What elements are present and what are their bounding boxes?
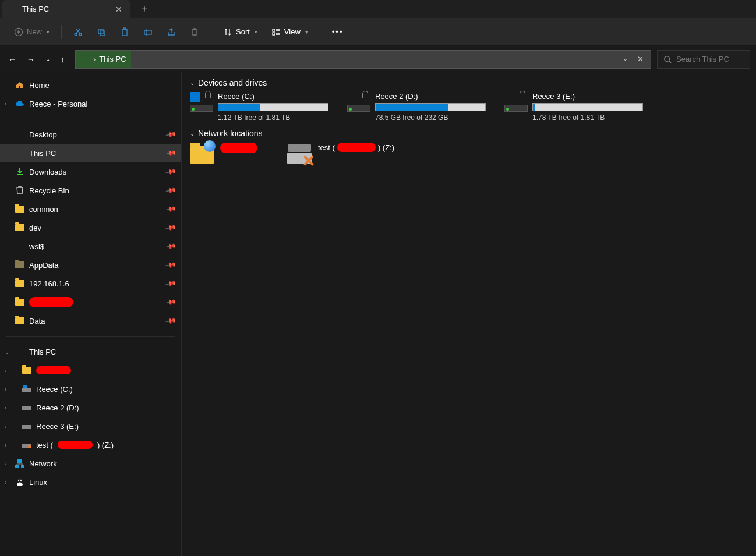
up-button[interactable]: ↑ xyxy=(61,55,65,64)
rename-button[interactable] xyxy=(137,24,158,40)
folder-icon xyxy=(15,298,24,307)
expand-icon[interactable]: › xyxy=(5,442,6,448)
tree-redacted[interactable]: › xyxy=(0,361,181,380)
expand-icon[interactable]: › xyxy=(5,405,6,411)
sidebar-appdata[interactable]: AppData📌 xyxy=(0,256,181,274)
back-button[interactable]: ← xyxy=(8,55,16,64)
tree-drive-z[interactable]: ›test () (Z:) xyxy=(0,435,181,454)
tree-this-pc[interactable]: ⌄This PC xyxy=(0,342,181,361)
sidebar-data[interactable]: Data📌 xyxy=(0,311,181,330)
tree-drive-e[interactable]: ›Reece 3 (E:) xyxy=(0,417,181,435)
linux-icon xyxy=(15,477,24,487)
toolbar: New ▾ Sort ▾ View ▾ ••• xyxy=(0,18,756,46)
new-button[interactable]: New ▾ xyxy=(8,24,55,40)
address-dropdown-icon[interactable]: ⌄ xyxy=(623,55,628,63)
sidebar-redacted-folder[interactable]: 📌 xyxy=(0,293,181,311)
ellipsis-icon: ••• xyxy=(332,27,344,36)
monitor-icon xyxy=(15,242,24,251)
pin-icon: 📌 xyxy=(165,203,176,215)
svg-rect-7 xyxy=(144,30,151,34)
search-box[interactable] xyxy=(657,50,750,69)
tree-drive-d[interactable]: ›Reece 2 (D:) xyxy=(0,398,181,417)
svg-rect-9 xyxy=(273,33,275,35)
address-refresh-icon[interactable]: ✕ xyxy=(637,55,644,63)
copy-icon xyxy=(97,27,106,37)
svg-point-1 xyxy=(75,33,77,36)
expand-icon[interactable]: › xyxy=(5,101,6,107)
search-icon xyxy=(663,55,672,63)
expand-icon[interactable]: › xyxy=(5,479,6,486)
drive-icon xyxy=(190,92,213,112)
drive-item[interactable]: Reece 2 (D:)78.5 GB free of 232 GB xyxy=(347,92,493,122)
sidebar-ip-folder[interactable]: 192.168.1.6📌 xyxy=(0,274,181,293)
network-location-2[interactable]: test ( ) (Z:) xyxy=(287,143,394,164)
bin-icon xyxy=(15,186,24,195)
drive-free-text: 1.78 TB free of 1.81 TB xyxy=(532,114,650,122)
pin-icon: 📌 xyxy=(165,296,176,308)
network-folder-icon xyxy=(15,279,24,288)
sidebar-home[interactable]: Home xyxy=(0,76,181,94)
expand-icon[interactable]: › xyxy=(5,423,6,430)
monitor-icon xyxy=(15,347,24,356)
paste-button[interactable] xyxy=(114,24,135,40)
view-button[interactable]: View ▾ xyxy=(266,24,314,40)
tree-linux[interactable]: ›Linux xyxy=(0,473,181,491)
share-icon xyxy=(167,27,176,37)
chevron-down-icon: ▾ xyxy=(47,29,50,35)
sidebar-common[interactable]: common📌 xyxy=(0,200,181,218)
tree-network[interactable]: ›Network xyxy=(0,454,181,473)
sidebar-onedrive[interactable]: › Reece - Personal xyxy=(0,94,181,113)
expand-icon[interactable]: › xyxy=(5,386,6,392)
cut-button[interactable] xyxy=(68,24,89,40)
address-bar[interactable]: › This PC ⌄ ✕ xyxy=(75,50,651,69)
tab-this-pc[interactable]: This PC ✕ xyxy=(2,0,130,18)
delete-button[interactable] xyxy=(184,24,205,40)
drive-name: Reece 3 (E:) xyxy=(532,92,650,101)
network-folder-icon xyxy=(190,143,214,164)
svg-rect-13 xyxy=(22,406,31,410)
drive-icon xyxy=(22,384,31,394)
expand-icon[interactable]: › xyxy=(5,367,6,374)
pin-icon: 📌 xyxy=(165,166,176,178)
drive-name: Reece 2 (D:) xyxy=(375,92,493,101)
sidebar-recycle-bin[interactable]: Recycle Bin📌 xyxy=(0,181,181,200)
drive-free-text: 78.5 GB free of 232 GB xyxy=(375,114,493,122)
sidebar-this-pc[interactable]: This PC📌 xyxy=(0,144,181,162)
paste-icon xyxy=(120,27,129,37)
share-button[interactable] xyxy=(161,24,182,40)
svg-rect-14 xyxy=(22,425,31,429)
tree-drive-c[interactable]: ›Reece (C:) xyxy=(0,380,181,398)
recent-dropdown[interactable]: ⌄ xyxy=(45,56,50,62)
sidebar-downloads[interactable]: Downloads📌 xyxy=(0,162,181,181)
more-button[interactable]: ••• xyxy=(326,24,349,40)
section-devices[interactable]: ⌄ Devices and drives xyxy=(190,78,748,87)
svg-point-10 xyxy=(665,56,670,61)
new-tab-button[interactable]: ＋ xyxy=(130,3,158,15)
view-icon xyxy=(271,27,281,37)
sort-button[interactable]: Sort ▾ xyxy=(217,24,263,40)
drive-free-text: 1.12 TB free of 1.81 TB xyxy=(218,114,335,122)
pin-icon: 📌 xyxy=(165,147,176,159)
copy-button[interactable] xyxy=(91,24,112,40)
sidebar-dev[interactable]: dev📌 xyxy=(0,218,181,237)
expand-icon[interactable]: › xyxy=(5,461,6,467)
drive-item[interactable]: Reece 3 (E:)1.78 TB free of 1.81 TB xyxy=(504,92,650,122)
collapse-icon[interactable]: ⌄ xyxy=(5,349,9,355)
chevron-down-icon: ▾ xyxy=(255,29,257,35)
network-location-1[interactable] xyxy=(190,143,257,164)
sidebar: Home › Reece - Personal Desktop📌 This PC… xyxy=(0,72,182,556)
search-input[interactable] xyxy=(676,55,740,63)
svg-point-2 xyxy=(79,33,82,36)
monitor-icon xyxy=(15,148,24,158)
close-tab-icon[interactable]: ✕ xyxy=(115,5,122,14)
drive-item[interactable]: Reece (C:)1.12 TB free of 1.81 TB xyxy=(190,92,335,122)
forward-button[interactable]: → xyxy=(27,55,35,64)
redacted-label xyxy=(29,297,73,307)
sidebar-wsl[interactable]: wsl$📌 xyxy=(0,237,181,256)
sidebar-desktop[interactable]: Desktop📌 xyxy=(0,125,181,144)
breadcrumb-this-pc[interactable]: › This PC xyxy=(76,51,131,68)
pin-icon: 📌 xyxy=(165,222,176,233)
section-network[interactable]: ⌄ Network locations xyxy=(190,129,748,138)
svg-rect-3 xyxy=(98,29,103,34)
download-icon xyxy=(15,167,24,176)
